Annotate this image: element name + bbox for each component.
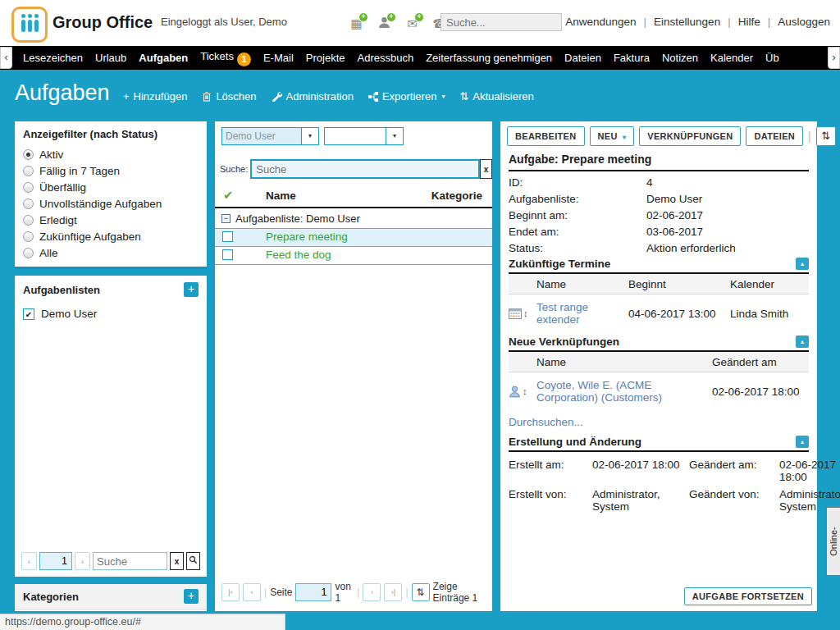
next-page-button[interactable]: › bbox=[363, 583, 381, 601]
global-search-input[interactable] bbox=[441, 13, 562, 31]
nav-urlaub[interactable]: Urlaub bbox=[95, 52, 126, 64]
nav-kalender[interactable]: Kalender bbox=[710, 52, 753, 64]
last-page-button[interactable]: ›| bbox=[384, 583, 402, 601]
collapse-group-icon[interactable]: − bbox=[221, 214, 231, 223]
files-button[interactable]: DATEIEN bbox=[746, 126, 803, 146]
tasklist-item-demo-user[interactable]: ✔ Demo User bbox=[23, 308, 199, 320]
links-col-name[interactable]: Name bbox=[536, 356, 712, 368]
search-submit-button[interactable] bbox=[186, 552, 200, 570]
online-status-tab[interactable]: Online- bbox=[826, 507, 840, 576]
contact-add-icon[interactable]: + bbox=[377, 16, 392, 30]
filter-option-faellig[interactable]: Fällig in 7 Tagen bbox=[23, 162, 199, 179]
menu-ausloggen[interactable]: Ausloggen bbox=[778, 16, 830, 28]
refresh-detail-button[interactable]: ⇅ bbox=[816, 126, 836, 146]
menu-hilfe[interactable]: Hilfe bbox=[738, 16, 760, 28]
tasklist-group-row[interactable]: − Aufgabenliste: Demo User bbox=[215, 208, 492, 229]
tasklist-combobox[interactable]: Demo User ▾ bbox=[221, 127, 319, 145]
filter-option-alle[interactable]: Alle bbox=[23, 244, 199, 261]
chevron-left-icon: ‹ bbox=[28, 557, 30, 566]
events-col-name[interactable]: Name bbox=[536, 278, 628, 290]
radio-icon bbox=[23, 231, 34, 242]
nav-tickets[interactable]: Tickets1 bbox=[200, 50, 251, 66]
clear-search-button[interactable]: x bbox=[170, 552, 184, 570]
edit-button[interactable]: BEARBEITEN bbox=[507, 126, 585, 146]
task-row-prepare-meeting[interactable]: Prepare meeting bbox=[215, 229, 492, 247]
tasklists-search-input[interactable] bbox=[93, 552, 167, 570]
clear-search-button[interactable]: x bbox=[480, 159, 492, 179]
complete-column-check-icon[interactable]: ✔ bbox=[223, 188, 234, 203]
task-name[interactable]: Prepare meeting bbox=[266, 231, 348, 243]
delete-button[interactable]: Löschen bbox=[202, 90, 256, 103]
events-col-begins[interactable]: Beginnt bbox=[628, 278, 730, 290]
menu-anwendungen[interactable]: Anwendungen bbox=[565, 16, 636, 28]
name-column-header[interactable]: Name bbox=[266, 189, 296, 202]
continue-task-button[interactable]: AUFGABE FORTSETZEN bbox=[684, 587, 812, 605]
add-category-button[interactable]: + bbox=[184, 589, 199, 604]
app-header: Group Office Eingeloggt als User, Demo ▦… bbox=[0, 0, 840, 46]
nav-notizen[interactable]: Notizen bbox=[662, 52, 698, 64]
administration-button[interactable]: Administration bbox=[272, 90, 354, 103]
new-button[interactable]: NEU ▾ bbox=[590, 126, 635, 146]
event-row[interactable]: ↕ Test range extender 04-06-2017 13:00 L… bbox=[509, 294, 809, 332]
chevron-down-icon[interactable]: ▾ bbox=[301, 128, 318, 144]
collapse-section-button[interactable]: ▲ bbox=[796, 336, 809, 348]
filter-option-zukuenftig[interactable]: Zukünftige Aufgaben bbox=[23, 228, 199, 244]
link-handle-icon: ↕ bbox=[523, 386, 527, 396]
menu-einstellungen[interactable]: Einstellungen bbox=[654, 16, 720, 28]
nav-dateien[interactable]: Dateien bbox=[564, 52, 601, 64]
add-tasklist-button[interactable]: + bbox=[184, 282, 199, 297]
prev-page-button[interactable]: ‹ bbox=[243, 583, 261, 601]
browse-links-link[interactable]: Durchsuchen... bbox=[509, 416, 583, 428]
prev-page-button[interactable]: ‹ bbox=[21, 552, 37, 570]
nav-email[interactable]: E-Mail bbox=[263, 52, 294, 64]
group-office-logo[interactable] bbox=[11, 7, 48, 43]
task-checkbox[interactable] bbox=[222, 231, 233, 242]
calendar-add-icon[interactable]: ▦ + bbox=[349, 16, 364, 30]
links-col-modified[interactable]: Geändert am bbox=[712, 356, 809, 368]
filter-option-unvollstaendig[interactable]: Unvollständige Aufgaben bbox=[23, 195, 199, 212]
refresh-grid-button[interactable]: ⇅ bbox=[412, 583, 430, 601]
add-button[interactable]: + Hinzufügen bbox=[123, 90, 187, 103]
checkbox-checked-icon[interactable]: ✔ bbox=[23, 308, 34, 320]
email-add-icon[interactable]: ✉ + bbox=[404, 16, 420, 30]
event-name-link[interactable]: Test range extender bbox=[536, 301, 628, 326]
collapse-section-button[interactable]: ▲ bbox=[796, 436, 809, 448]
link-row[interactable]: ↕ Coyote, Wile E. (ACME Corporation) (Cu… bbox=[509, 372, 809, 410]
nav-zeiterfassung[interactable]: Zeiterfassung genehmigen bbox=[426, 52, 552, 64]
task-name[interactable]: Feed the dog bbox=[266, 249, 331, 261]
category-column-header[interactable]: Kategorie bbox=[431, 189, 482, 202]
links-button[interactable]: VERKNÜPFUNGEN bbox=[639, 126, 741, 146]
nav-scroll-right-button[interactable]: › bbox=[828, 47, 840, 69]
nav-aufgaben[interactable]: Aufgaben bbox=[139, 52, 188, 64]
field-row: Aufgabenliste: Demo User bbox=[509, 190, 809, 207]
filter-option-aktiv[interactable]: Aktiv bbox=[23, 146, 199, 162]
trash-icon bbox=[202, 91, 212, 102]
export-button[interactable]: Exportieren ▾ bbox=[368, 90, 445, 103]
task-row-feed-the-dog[interactable]: Feed the dog bbox=[215, 247, 492, 265]
nav-faktura[interactable]: Faktura bbox=[614, 52, 650, 64]
linked-contact-link[interactable]: Coyote, Wile E. (ACME Corporation) (Cust… bbox=[536, 379, 712, 404]
next-page-button[interactable]: › bbox=[75, 552, 90, 570]
nav-overflow-item[interactable]: Üb bbox=[765, 52, 779, 64]
nav-lesezeichen[interactable]: Lesezeichen bbox=[23, 52, 83, 64]
refresh-button[interactable]: ⇅ Aktualisieren bbox=[459, 90, 533, 103]
nav-adressbuch[interactable]: Adressbuch bbox=[358, 52, 414, 64]
nav-projekte[interactable]: Projekte bbox=[306, 52, 345, 64]
calendar-icon bbox=[509, 308, 522, 319]
nav-scroll-left-button[interactable]: ‹ bbox=[0, 47, 12, 69]
filter-option-ueberfaellig[interactable]: Überfällig bbox=[23, 179, 199, 195]
filter-option-erledigt[interactable]: Erledigt bbox=[23, 212, 199, 228]
collapse-section-button[interactable]: ▲ bbox=[796, 258, 809, 270]
task-search-input[interactable] bbox=[250, 159, 480, 179]
task-detail-panel: BEARBEITEN NEU ▾ VERKNÜPFUNGEN DATEIEN |… bbox=[500, 121, 817, 611]
category-combobox[interactable]: ▾ bbox=[324, 127, 404, 145]
tasklists-page-input[interactable] bbox=[39, 552, 72, 570]
status-filter-panel: Anzeigefilter (nach Status) Aktiv Fällig… bbox=[15, 121, 207, 269]
page-number-input[interactable] bbox=[295, 583, 331, 601]
first-page-button[interactable]: |‹ bbox=[221, 583, 240, 601]
events-col-calendar[interactable]: Kalender bbox=[730, 278, 809, 290]
field-value: 02-06-2017 bbox=[646, 209, 703, 221]
chevron-down-icon[interactable]: ▾ bbox=[386, 128, 403, 144]
task-checkbox[interactable] bbox=[222, 249, 233, 260]
task-table-header: ✔ Name Kategorie bbox=[215, 185, 492, 208]
